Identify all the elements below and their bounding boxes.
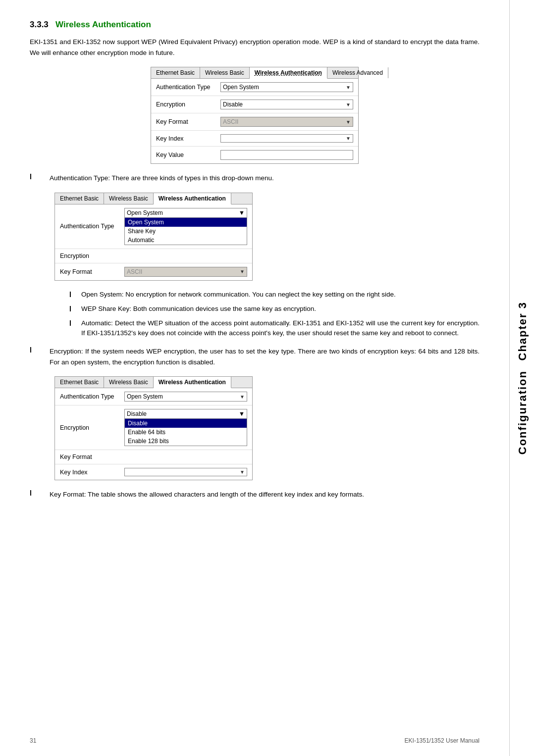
tab-wireless-basic-3[interactable]: Wireless Basic <box>104 377 154 388</box>
select-key-index-1[interactable]: ▼ <box>220 134 353 143</box>
option-enable-64[interactable]: Enable 64 bits <box>125 428 247 437</box>
panel-1: Ethernet Basic Wireless Basic Wireless A… <box>151 67 359 164</box>
row-auth-type-3: Authentication Type Open System ▼ <box>55 388 252 405</box>
panel-2: Ethernet Basic Wireless Basic Wireless A… <box>54 193 253 281</box>
label-auth-type-3: Authentication Type <box>55 388 119 405</box>
select-arrow-kf-1: ▼ <box>346 119 351 125</box>
option-automatic[interactable]: Automatic <box>125 236 247 245</box>
row-encryption-1: Encryption Disable ▼ <box>151 96 358 113</box>
row-key-format-2: Key Format ASCII ▼ <box>55 263 252 280</box>
option-share-key[interactable]: Share Key <box>125 227 247 236</box>
section-heading: 3.3.3 Wireless Authentication <box>30 20 480 30</box>
tab-ethernet-basic-2[interactable]: Ethernet Basic <box>55 193 104 204</box>
tab-wireless-auth-3[interactable]: Wireless Authentication <box>154 377 231 388</box>
select-encryption-1[interactable]: Disable ▼ <box>220 100 353 109</box>
label-key-index-3: Key Index <box>55 464 119 480</box>
dropdown-arrow-enc-3: ▼ <box>239 410 245 417</box>
row-auth-type-1: Authentication Type Open System ▼ <box>151 79 358 96</box>
control-encryption-3[interactable]: Disable ▼ Disable Enable 64 bits Enable … <box>119 405 252 450</box>
select-auth-type-1[interactable]: Open System ▼ <box>220 82 353 92</box>
select-key-format-value-1: ASCII <box>223 118 344 125</box>
label-encryption-2: Encryption <box>55 249 119 263</box>
key-format-section: l Key Format: The table shows the allowe… <box>30 489 480 500</box>
tab-wireless-advanced-1[interactable]: Wireless Advanced <box>327 67 388 78</box>
option-open-system[interactable]: Open System <box>125 218 247 227</box>
bullet-automatic-marker: l <box>69 318 81 329</box>
section-number: 3.3.3 <box>30 20 49 29</box>
row-key-format-3: Key Format <box>55 450 252 464</box>
row-key-value-1: Key Value <box>151 147 358 164</box>
form-table-1: Authentication Type Open System ▼ Encryp… <box>151 79 358 163</box>
select-key-format-value-2: ASCII <box>127 268 238 275</box>
select-arrow-kf-2: ▼ <box>240 269 245 274</box>
bullet-auth-marker: l <box>30 173 50 181</box>
select-key-format-2: ASCII ▼ <box>124 267 247 277</box>
dropdown-header-enc-3[interactable]: Disable ▼ <box>125 409 247 419</box>
option-enable-128[interactable]: Enable 128 bits <box>125 437 247 446</box>
tab-wireless-basic-2[interactable]: Wireless Basic <box>104 193 154 204</box>
sidebar-chapter-label: Chapter 3 <box>516 302 529 360</box>
row-encryption-2: Encryption <box>55 249 252 263</box>
tab-bar-1: Ethernet Basic Wireless Basic Wireless A… <box>151 67 358 79</box>
label-key-value-1: Key Value <box>151 147 215 164</box>
section-title: Wireless Authentication <box>55 20 151 29</box>
dropdown-auth-type-2[interactable]: Open System ▼ Open System Share Key Auto… <box>124 208 247 245</box>
key-format-text: Key Format: The table shows the allowed … <box>50 489 364 500</box>
tab-wireless-auth-1[interactable]: Wireless Authentication <box>250 67 327 79</box>
select-key-index-3[interactable]: ▼ <box>124 468 247 476</box>
label-key-format-1: Key Format <box>151 113 215 131</box>
select-arrow-1: ▼ <box>346 85 351 90</box>
control-encryption-2 <box>119 249 252 263</box>
form-table-2: Authentication Type Open System ▼ Open <box>55 204 252 280</box>
encryption-section: l Encryption: If the system needs WEP en… <box>30 346 480 480</box>
control-encryption-1[interactable]: Disable ▼ <box>215 96 358 113</box>
tab-bar-2: Ethernet Basic Wireless Basic Wireless A… <box>55 193 252 204</box>
auth-type-section: l Authentication Type: There are three k… <box>30 173 480 338</box>
row-auth-type-2: Authentication Type Open System ▼ Open <box>55 204 252 249</box>
control-key-format-1: ASCII ▼ <box>215 113 358 131</box>
dropdown-open-enc-3[interactable]: Disable ▼ Disable Enable 64 bits Enable … <box>124 409 247 446</box>
dropdown-encryption-3[interactable]: Disable ▼ Disable Enable 64 bits Enable … <box>124 409 247 446</box>
form-table-3: Authentication Type Open System ▼ Encryp… <box>55 388 252 480</box>
page-footer: 31 EKI-1351/1352 User Manual <box>0 737 509 744</box>
select-encryption-value-1: Disable <box>223 101 344 108</box>
label-key-format-2: Key Format <box>55 263 119 280</box>
select-key-format-1: ASCII ▼ <box>220 117 353 127</box>
dropdown-header-auth-2[interactable]: Open System ▼ <box>125 208 247 218</box>
auth-type-bullets: l Open System: No encryption for network… <box>69 290 480 339</box>
control-key-format-2: ASCII ▼ <box>119 263 252 280</box>
control-auth-type-2[interactable]: Open System ▼ Open System Share Key Auto… <box>119 204 252 249</box>
dropdown-open-auth-2[interactable]: Open System ▼ Open System Share Key Auto… <box>124 208 247 245</box>
right-sidebar: Chapter 3 Configuration <box>509 0 535 756</box>
encryption-heading: Encryption: If the system needs WEP encr… <box>50 346 480 367</box>
page-container: 3.3.3 Wireless Authentication EKI-1351 a… <box>0 0 535 756</box>
control-key-format-3 <box>119 450 252 464</box>
bullet-automatic: l Automatic: Detect the WEP situation of… <box>69 318 480 339</box>
tab-wireless-auth-2[interactable]: Wireless Authentication <box>154 193 231 204</box>
label-key-index-1: Key Index <box>151 131 215 147</box>
control-key-value-1[interactable] <box>215 147 358 164</box>
select-auth-type-value-3: Open System <box>127 393 238 400</box>
row-key-index-3: Key Index ▼ <box>55 464 252 480</box>
control-key-index-1[interactable]: ▼ <box>215 131 358 147</box>
dropdown-arrow-auth-2: ▼ <box>239 209 245 216</box>
control-auth-type-1[interactable]: Open System ▼ <box>215 79 358 96</box>
label-key-format-3: Key Format <box>55 450 119 464</box>
select-auth-type-3[interactable]: Open System ▼ <box>124 392 247 402</box>
tab-ethernet-basic-1[interactable]: Ethernet Basic <box>151 67 200 78</box>
row-key-index-1: Key Index ▼ <box>151 131 358 147</box>
input-key-value-1[interactable] <box>220 150 353 160</box>
select-auth-type-value-1: Open System <box>223 84 344 91</box>
main-content: 3.3.3 Wireless Authentication EKI-1351 a… <box>0 0 509 756</box>
footer-page-number: 31 <box>30 737 36 744</box>
control-key-index-3[interactable]: ▼ <box>119 464 252 480</box>
bullet-kf-marker: l <box>30 489 50 497</box>
tab-wireless-basic-1[interactable]: Wireless Basic <box>200 67 250 78</box>
control-auth-type-3[interactable]: Open System ▼ <box>119 388 252 405</box>
option-disable[interactable]: Disable <box>125 419 247 428</box>
bullet-automatic-text: Automatic: Detect the WEP situation of t… <box>81 318 480 339</box>
tab-ethernet-basic-3[interactable]: Ethernet Basic <box>55 377 104 388</box>
row-encryption-3: Encryption Disable ▼ Disable <box>55 405 252 450</box>
bullet-share-key-marker: l <box>69 304 81 314</box>
footer-doc-title: EKI-1351/1352 User Manual <box>405 737 480 744</box>
